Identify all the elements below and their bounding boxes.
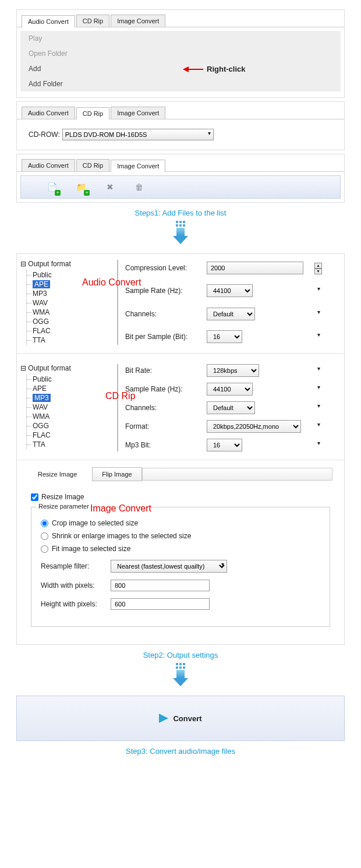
tree-item-tta[interactable]: TTA: [27, 336, 107, 345]
tab-cd-rip[interactable]: CD Rip: [76, 107, 109, 119]
down-arrow-icon: [6, 221, 355, 244]
tabbar-2: Audio Convert CD Rip Image Convert: [17, 102, 344, 119]
chan-label: Channels:: [125, 404, 207, 412]
radio-fit[interactable]: [41, 545, 48, 553]
comp-input[interactable]: [207, 262, 303, 274]
panel-image-convert-top: Audio Convert CD Rip Image Convert 📄+ 📁+…: [16, 154, 345, 203]
tree-item-wma[interactable]: WMA: [27, 412, 107, 421]
resize-fieldset: Resize parameter Crop image to selected …: [31, 507, 330, 627]
right-click-label: Right-click: [207, 65, 245, 73]
width-label: Width with pixels:: [41, 581, 111, 590]
spin-up-icon[interactable]: ▲: [314, 263, 322, 269]
menu-open-folder[interactable]: Open Folder: [20, 46, 341, 61]
panel-settings: Output format PublicAPEMP3WAVWMAOGGFLACT…: [16, 253, 345, 645]
step1-label: Steps1: Add Files to the list: [6, 209, 355, 217]
mp3bit-select[interactable]: 16: [207, 439, 242, 451]
tab-image-convert[interactable]: Image Convert: [111, 160, 165, 172]
down-arrow-icon: [6, 663, 355, 686]
tree-item-ogg[interactable]: OGG: [27, 317, 107, 326]
tree-root[interactable]: Output format: [20, 260, 107, 268]
tab-resize-image[interactable]: Resize Image: [29, 468, 86, 481]
tree-item-flac[interactable]: FLAC: [27, 431, 107, 440]
comp-label: Compression Level:: [125, 264, 207, 272]
audio-convert-settings: Output format PublicAPEMP3WAVWMAOGGFLACT…: [17, 254, 344, 351]
context-menu: Play Open Folder Add Add Folder: [20, 31, 341, 91]
tab-image-convert[interactable]: Image Convert: [111, 15, 165, 27]
tree-item-ape[interactable]: APE: [27, 384, 107, 393]
cdrip-fields: Bit Rate: 128kbps Sample Rate (Hz): 4410…: [125, 358, 344, 457]
panel-audio-convert: Audio Convert CD Rip Image Convert Play …: [16, 9, 345, 98]
play-icon: [159, 714, 168, 723]
rate-select[interactable]: 44100: [207, 383, 253, 396]
cd-rip-settings: Output format PublicAPEMP3WAVWMAOGGFLACT…: [17, 358, 344, 457]
divider: [117, 260, 118, 345]
right-click-annot: Right-click: [180, 65, 245, 73]
audio-fields: Compression Level: ▲▼ Sample Rate (Hz): …: [125, 254, 344, 351]
step3-label: Step3: Convert audio/image files: [6, 747, 355, 756]
divider: [117, 364, 118, 451]
tab-cd-rip[interactable]: CD Rip: [76, 159, 109, 171]
menu-add-folder[interactable]: Add Folder: [20, 76, 341, 91]
tree-item-ogg[interactable]: OGG: [27, 421, 107, 431]
tree-item-mp3[interactable]: MP3: [27, 393, 107, 403]
tree-item-ape[interactable]: APE: [27, 280, 107, 289]
tree-item-public[interactable]: Public: [27, 375, 107, 384]
tree-item-wav[interactable]: WAV: [27, 403, 107, 412]
tree-cdrip: Output format PublicAPEMP3WAVWMAOGGFLACT…: [17, 358, 110, 457]
tabbar-3: Audio Convert CD Rip Image Convert: [17, 154, 344, 172]
bit-label: Bit per Sample (Bit):: [125, 333, 207, 341]
resize-tabbar: Resize Image Flip Image: [17, 461, 344, 484]
tab-audio-convert[interactable]: Audio Convert: [22, 107, 75, 119]
resample-select[interactable]: Nearest (fastest,lowest quailty): [111, 560, 227, 573]
cd-row-label: CD-ROW:: [29, 130, 60, 139]
format-select[interactable]: 20kbps,22050Hz,mono: [207, 420, 301, 433]
convert-label: Convert: [173, 714, 201, 723]
add-folder-icon[interactable]: 📁+: [73, 179, 89, 195]
tree-item-public[interactable]: Public: [27, 270, 107, 280]
rate-select[interactable]: 44100: [207, 284, 253, 297]
bitrate-select[interactable]: 128kbps: [207, 364, 259, 377]
tab-bar-rest: [142, 468, 332, 481]
chan-select[interactable]: Default: [207, 401, 255, 414]
rate-label: Sample Rate (Hz):: [125, 385, 207, 393]
bitrate-label: Bit Rate:: [125, 366, 207, 375]
height-input[interactable]: [111, 598, 210, 610]
tree-item-flac[interactable]: FLAC: [27, 326, 107, 336]
resize-checkbox[interactable]: [31, 493, 38, 501]
radio-crop-label: Crop image to selected size: [52, 519, 138, 527]
delete-icon[interactable]: ✖: [102, 179, 118, 195]
arrow-red-icon: [180, 66, 203, 72]
chan-label: Channels:: [125, 310, 207, 318]
menu-play[interactable]: Play: [20, 31, 341, 46]
tree-audio: Output format PublicAPEMP3WAVWMAOGGFLACT…: [17, 254, 110, 351]
add-file-icon[interactable]: 📄+: [44, 179, 59, 195]
tree-item-mp3[interactable]: MP3: [27, 289, 107, 298]
width-input[interactable]: [111, 580, 210, 591]
fieldset-legend: Resize parameter: [36, 503, 91, 510]
format-label: Format:: [125, 422, 207, 431]
convert-button[interactable]: Convert: [16, 696, 345, 741]
tree-item-tta[interactable]: TTA: [27, 440, 107, 449]
tab-audio-convert[interactable]: Audio Convert: [22, 159, 75, 171]
bit-select[interactable]: 16: [207, 330, 242, 343]
spin-down-icon[interactable]: ▼: [314, 269, 322, 274]
tab-cd-rip[interactable]: CD Rip: [76, 15, 109, 27]
tree-item-wav[interactable]: WAV: [27, 298, 107, 308]
tree-root[interactable]: Output format: [20, 364, 107, 372]
image-convert-settings: Resize Image Flip Image Resize Image Res…: [17, 461, 344, 638]
radio-shrink[interactable]: [41, 532, 48, 540]
tabbar-1: Audio Convert CD Rip Image Convert: [17, 10, 344, 27]
cd-row-select[interactable]: PLDS DVD-ROM DH-16D5S: [62, 129, 214, 140]
resample-label: Resample filter:: [41, 562, 111, 570]
tab-image-convert[interactable]: Image Convert: [111, 107, 165, 119]
radio-fit-label: Fit image to selected size: [52, 545, 130, 553]
clear-icon[interactable]: 🗑: [132, 179, 147, 195]
resize-check-label: Resize Image: [41, 493, 84, 501]
panel-cd-rip: Audio Convert CD Rip Image Convert CD-RO…: [16, 101, 345, 150]
tree-item-wma[interactable]: WMA: [27, 308, 107, 317]
radio-crop[interactable]: [41, 520, 48, 527]
tab-audio-convert[interactable]: Audio Convert: [22, 15, 75, 27]
image-toolbar: 📄+ 📁+ ✖ 🗑: [20, 175, 341, 199]
chan-select[interactable]: Default: [207, 308, 255, 320]
tab-flip-image[interactable]: Flip Image: [92, 467, 141, 481]
